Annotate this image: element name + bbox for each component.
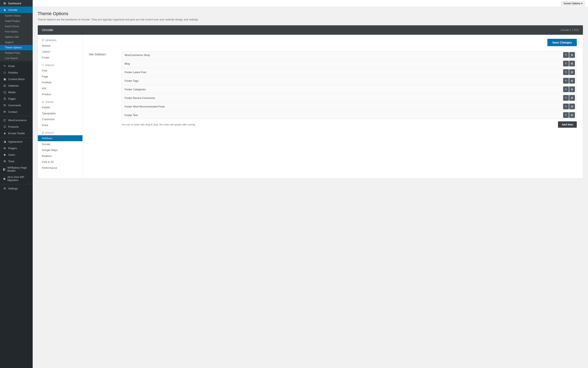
sidebars-hint: You can re-order with drag & drop, the o… [122,123,196,126]
sidebar-rows-container: WooCommerce Shop ✎ 🗑 Blog ✎ 🗑 Footer Lat… [122,51,577,119]
divider-3 [0,137,33,138]
sidebar-item-pages[interactable]: ☰ Pages [0,95,33,102]
nav-item-page[interactable]: Page [38,74,82,80]
nav-item-sidebars[interactable]: Sidebars [38,135,82,141]
tools-icon: ⚙ [3,160,7,163]
sidebar-delete-button[interactable]: 🗑 [569,61,575,66]
sidebar-row-actions: ✎ 🗑 [561,68,577,76]
nav-item-product[interactable]: Product [38,91,82,97]
nav-item-footer[interactable]: Footer [38,55,82,61]
sidebar-item-posts[interactable]: ✎ Posts [0,63,33,69]
visual-section-icon: ◎ [42,101,44,103]
sidebars-section: Site Sidebars WooCommerce Shop ✎ 🗑 Blog … [89,51,577,128]
sidebar-item-tools[interactable]: ⚙ Tools [0,158,33,165]
general-section-icon: ☰ [42,39,44,41]
nav-item-extra[interactable]: Extra [38,122,82,128]
single-section-icon: ☐ [42,64,44,66]
sidebar-row-name: WooCommerce Shop [122,52,561,59]
wpbakery-icon: ◧ [3,167,6,171]
nav-item-customize[interactable]: Customize [38,116,82,122]
appearance-icon: ◑ [3,140,7,143]
sidebar-delete-button[interactable]: 🗑 [569,104,575,109]
divider-2 [0,116,33,116]
sidebar-row-actions: ✎ 🗑 [561,111,577,119]
nav-item-post[interactable]: Post [38,68,82,74]
screen-options-button[interactable]: Screen Options ▾ [561,1,585,6]
sidebar-row: Footer Categories ✎ 🗑 [122,85,577,93]
sidebar-item-portfolio[interactable]: ◻ Portfolio [0,69,33,76]
sidebar-edit-button[interactable]: ✎ [563,69,569,75]
sidebar-item-wpbakery[interactable]: ◧ WPBakery Page Builder [0,165,33,174]
sidebar-row-actions: ✎ 🗑 [561,60,577,67]
sidebar-row: Footer Text ✎ 🗑 [122,111,577,119]
users-icon: ☻ [3,153,7,156]
sidebar-subitem-options-utils[interactable]: Options Utils [0,34,33,40]
sidebar-delete-button[interactable]: 🗑 [569,86,575,92]
sidebar-subitem-install-plugins[interactable]: Install Plugins [0,18,33,24]
theme-content-area: Save Changes Site Sidebars WooCommerce S… [83,35,583,178]
sidebar-subitem-related-posts[interactable]: Related Posts [0,50,33,55]
divider-4 [0,184,33,184]
woocommerce-icon: 🛒 [3,119,7,122]
sidebar-subitem-support[interactable]: Support [0,40,33,45]
products-icon: ☑ [3,125,7,128]
nav-item-typography[interactable]: Typography [38,110,82,116]
add-new-button[interactable]: Add New [558,121,577,128]
sidebar-delete-button[interactable]: 🗑 [569,52,575,58]
nav-item-css-js[interactable]: CSS & JS [38,159,82,165]
sidebar-row-name: Footer Categories [122,86,561,93]
sidebar-delete-button[interactable]: 🗑 [569,112,575,118]
nav-section-visual-title: ◎ VISUAL [38,101,82,104]
topbar: Screen Options ▾ [33,0,588,7]
sidebar-item-settings[interactable]: ⚙ Settings [0,185,33,192]
sidebar-subitem-system-status[interactable]: System Status [0,13,33,18]
sidebar-edit-button[interactable]: ✎ [563,112,569,118]
nav-item-portfolio[interactable]: Portfolio [38,80,82,85]
sidebar-edit-button[interactable]: ✎ [563,86,569,92]
sidebar-delete-button[interactable]: 🗑 [569,95,575,101]
sidebar-item-all-in-one[interactable]: ◉ All-in-One WP Migration [0,174,33,183]
sidebars-list: WooCommerce Shop ✎ 🗑 Blog ✎ 🗑 Footer Lat… [122,51,577,128]
sidebar-edit-button[interactable]: ✎ [563,61,569,66]
sidebar-item-plugins[interactable]: ⊕ Plugins [0,145,33,151]
sidebar-item-products[interactable]: ☑ Products [0,123,33,130]
comments-icon: ✉ [3,104,7,107]
nav-item-redirect[interactable]: Redirect [38,153,82,159]
sidebar-subitem-theme-options[interactable]: Theme Options [0,45,33,50]
sidebar-item-woocommerce[interactable]: 🛒 WooCommerce [0,117,33,123]
sidebar-delete-button[interactable]: 🗑 [569,78,575,83]
nav-item-google-maps[interactable]: Google Maps [38,147,82,153]
sidebar-item-appearance[interactable]: ◑ Appearance [0,138,33,145]
sidebar-item-media[interactable]: ◫ Media [0,89,33,95]
sidebar-item-envato[interactable]: ◈ Envato Toolkit [0,130,33,137]
nav-item-navbar[interactable]: Navbar [38,43,82,49]
sidebar-item-uncode[interactable]: ◈ Uncode [0,7,33,13]
uncode-icon: ◈ [3,8,7,11]
panel-version: Uncode 1.7.RC2 [561,29,579,31]
sidebar-edit-button[interactable]: ✎ [563,78,569,83]
sidebar-edit-button[interactable]: ✎ [563,52,569,58]
sidebar-item-users[interactable]: ☻ Users [0,151,33,158]
sidebar-item-content-block[interactable]: ▣ Content Block [0,76,33,82]
nav-item-palette[interactable]: Palette [38,104,82,110]
save-changes-button[interactable]: Save Changes [547,39,577,46]
sidebars-footer: You can re-order with drag & drop, the o… [122,121,577,128]
sidebar-subitem-live-search[interactable]: Live Search [0,55,33,61]
sidebar-row: Footer Latest Post ✎ 🗑 [122,68,577,76]
sidebar-item-dashboard[interactable]: ⊞ Dashboard [0,0,33,7]
sidebar-item-galleries[interactable]: ⊟ Galleries [0,82,33,89]
nav-item-performance[interactable]: Performance [38,165,82,171]
nav-item-404[interactable]: 404 [38,85,82,91]
sidebar-edit-button[interactable]: ✎ [563,104,569,109]
sidebar-edit-button[interactable]: ✎ [563,95,569,101]
sidebar-subitem-font-stacks[interactable]: Font Stacks [0,29,33,34]
sidebar-row-actions: ✎ 🗑 [561,77,577,84]
nav-item-layout[interactable]: Layout [38,49,82,55]
sidebar-item-contact[interactable]: ✉ Contact [0,109,33,115]
nav-item-socials[interactable]: Socials [38,141,82,147]
all-in-one-icon: ◉ [3,177,6,180]
sidebar-subitem-import-demo[interactable]: Import Demo [0,24,33,29]
sidebar-item-comments[interactable]: ✉ Comments [0,102,33,109]
envato-icon: ◈ [3,132,7,135]
sidebar-delete-button[interactable]: 🗑 [569,69,575,75]
